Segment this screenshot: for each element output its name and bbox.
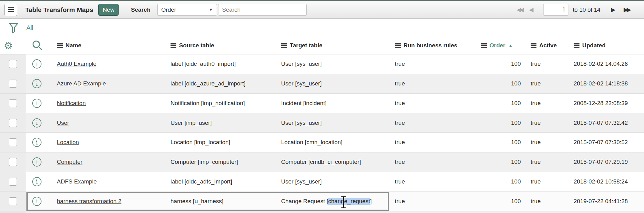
column-header-row: ⚙ Name Source table Target table Run bus… xyxy=(0,37,644,54)
previous-page-button[interactable]: ◀ xyxy=(529,7,534,13)
name-cell: User xyxy=(57,113,171,132)
column-menu-icon[interactable] xyxy=(574,43,579,48)
partial-next-row xyxy=(0,211,644,213)
record-link[interactable]: ADFS Example xyxy=(57,178,97,185)
column-menu-icon[interactable] xyxy=(395,43,401,48)
updated-cell: 2018-02-02 10:58:24 xyxy=(570,172,644,191)
info-icon[interactable]: i xyxy=(32,197,41,206)
search-field-value: Order xyxy=(161,6,176,13)
target-table-cell: User [sys_user] xyxy=(281,54,395,74)
updated-cell: 2015-07-07 07:30:52 xyxy=(570,133,644,152)
run-business-rules-cell: true xyxy=(395,74,481,93)
page-start-input[interactable] xyxy=(543,4,568,16)
active-cell: true xyxy=(524,113,570,132)
row-checkbox[interactable] xyxy=(9,178,17,186)
filter-breadcrumb-row: All xyxy=(0,19,644,37)
info-icon[interactable]: i xyxy=(32,118,41,128)
order-cell: 100 xyxy=(481,74,524,93)
active-cell: true xyxy=(524,54,570,74)
source-table-cell: Computer [imp_computer] xyxy=(171,152,281,172)
column-header-active[interactable]: Active xyxy=(524,42,570,49)
checkbox-cell xyxy=(0,133,26,152)
new-button[interactable]: New xyxy=(98,4,119,16)
column-menu-icon[interactable] xyxy=(171,43,176,48)
filter-all-link[interactable]: All xyxy=(26,24,33,31)
record-link[interactable]: User xyxy=(57,120,69,126)
run-business-rules-cell: true xyxy=(395,172,481,191)
active-cell: true xyxy=(524,152,570,172)
order-cell: 100 xyxy=(481,54,524,74)
row-checkbox[interactable] xyxy=(9,119,17,127)
info-cell: i xyxy=(26,133,57,152)
text-cursor-icon xyxy=(340,195,347,209)
active-cell: true xyxy=(524,191,570,211)
info-icon[interactable]: i xyxy=(32,79,41,88)
run-business-rules-cell: true xyxy=(395,54,481,74)
info-icon[interactable]: i xyxy=(32,99,41,108)
source-table-cell: label [oidc_auth0_import] xyxy=(171,54,281,74)
info-icon[interactable]: i xyxy=(32,177,41,186)
column-menu-icon[interactable] xyxy=(57,43,63,48)
target-table-cell: Incident [incident] xyxy=(281,94,395,113)
row-checkbox[interactable] xyxy=(9,60,17,68)
info-cell: i xyxy=(26,152,57,172)
order-cell: 100 xyxy=(481,172,524,191)
table-row: iharness transformation 2harness [u_harn… xyxy=(0,191,644,211)
table-transform-maps-page: Table Transform Maps New Search Order ▼ … xyxy=(0,0,644,213)
record-link[interactable]: Azure AD Example xyxy=(57,80,106,87)
info-icon[interactable]: i xyxy=(32,138,41,147)
search-input[interactable] xyxy=(218,4,307,16)
name-cell: Location xyxy=(57,133,171,152)
list-context-menu-button[interactable] xyxy=(4,4,17,16)
row-checkbox[interactable] xyxy=(9,138,17,146)
gear-icon[interactable]: ⚙ xyxy=(4,40,13,52)
name-cell: Auth0 Example xyxy=(57,54,171,74)
column-menu-icon[interactable] xyxy=(531,43,536,48)
run-business-rules-cell: true xyxy=(395,152,481,172)
info-icon[interactable]: i xyxy=(32,157,41,167)
info-cell: i xyxy=(26,94,57,113)
list-toolbar: Table Transform Maps New Search Order ▼ … xyxy=(0,1,644,19)
search-rows-cell xyxy=(26,40,57,51)
info-icon[interactable]: i xyxy=(32,59,41,69)
pagination: ◀◀ ◀ to 10 of 14 ▶ ▶▶ xyxy=(516,4,631,16)
column-menu-icon[interactable] xyxy=(481,43,487,48)
first-page-button[interactable]: ◀◀ xyxy=(516,7,524,13)
row-checkbox[interactable] xyxy=(9,80,17,88)
column-menu-icon[interactable] xyxy=(281,43,287,48)
column-header-order[interactable]: Order ▲ xyxy=(481,42,524,49)
info-cell: i xyxy=(26,191,57,211)
sort-ascending-icon: ▲ xyxy=(509,43,513,48)
run-business-rules-cell: true xyxy=(395,133,481,152)
row-checkbox[interactable] xyxy=(9,158,17,166)
next-page-button[interactable]: ▶ xyxy=(611,7,615,13)
name-cell: ADFS Example xyxy=(57,172,171,191)
search-rows-icon[interactable] xyxy=(32,40,57,51)
record-link[interactable]: Location xyxy=(57,139,79,146)
updated-cell: 2015-07-07 07:29:19 xyxy=(570,152,644,172)
name-cell: harness transformation 2 xyxy=(57,191,171,211)
checkbox-cell xyxy=(0,74,26,93)
column-header-name[interactable]: Name xyxy=(57,42,171,49)
checkbox-cell xyxy=(0,172,26,191)
record-link[interactable]: Auth0 Example xyxy=(57,61,96,67)
column-header-source-table[interactable]: Source table xyxy=(171,42,281,49)
record-link[interactable]: harness transformation 2 xyxy=(57,198,121,205)
run-business-rules-cell: true xyxy=(395,191,481,211)
name-cell: Notification xyxy=(57,94,171,113)
column-header-run-business-rules[interactable]: Run business rules xyxy=(395,42,481,49)
table-body: iAuth0 Examplelabel [oidc_auth0_import]U… xyxy=(0,54,644,211)
source-table-cell: harness [u_harness] xyxy=(171,191,281,211)
hamburger-icon xyxy=(8,7,14,12)
record-link[interactable]: Computer xyxy=(57,159,82,165)
column-header-target-table[interactable]: Target table xyxy=(281,42,395,49)
column-header-updated[interactable]: Updated xyxy=(570,42,644,49)
record-link[interactable]: Notification xyxy=(57,100,86,107)
filter-funnel-icon[interactable] xyxy=(9,22,19,34)
last-page-button[interactable]: ▶▶ xyxy=(624,7,631,13)
row-checkbox[interactable] xyxy=(9,99,17,107)
table-row: iAzure AD Examplelabel [oidc_azure_ad_im… xyxy=(0,74,644,94)
selected-text: change_request xyxy=(328,198,370,205)
search-field-select[interactable]: Order ▼ xyxy=(157,4,217,16)
row-checkbox[interactable] xyxy=(9,197,17,205)
